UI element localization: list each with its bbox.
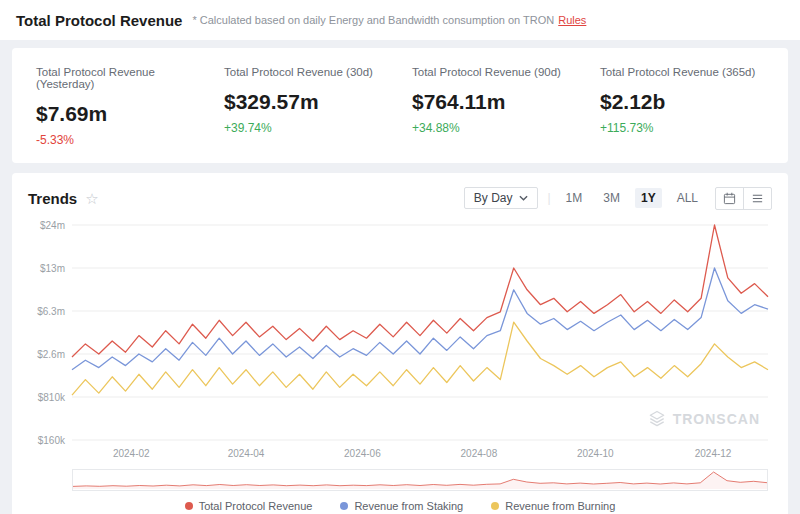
x-tick-label: 2024-02 <box>113 448 150 459</box>
trends-header: Trends ☆ By Day | 1M 3M 1Y ALL <box>28 185 772 211</box>
range-button-3m[interactable]: 3M <box>597 188 626 208</box>
page-header: Total Protocol Revenue * Calculated base… <box>0 0 800 40</box>
stat-label: Total Protocol Revenue (Yesterday) <box>36 66 212 90</box>
legend-label: Revenue from Staking <box>354 500 463 512</box>
y-tick-label: $2.6m <box>37 349 65 360</box>
list-view-icon[interactable] <box>743 188 771 209</box>
calendar-icon[interactable] <box>716 188 743 209</box>
stat-value: $764.11m <box>412 90 588 114</box>
tronscan-watermark-text: TRONSCAN <box>673 411 760 427</box>
stats-summary-card: Total Protocol Revenue (Yesterday) $7.69… <box>12 48 788 163</box>
chart-legend: Total Protocol Revenue Revenue from Stak… <box>28 500 772 512</box>
series-line-0 <box>72 225 768 357</box>
range-button-all[interactable]: ALL <box>671 188 704 208</box>
page-subtitle: * Calculated based on daily Energy and B… <box>192 14 554 26</box>
rules-link[interactable]: Rules <box>558 14 586 26</box>
stat-label: Total Protocol Revenue (90d) <box>412 66 588 78</box>
legend-label: Revenue from Burning <box>505 500 615 512</box>
navigator-area <box>73 472 767 489</box>
y-tick-label: $160k <box>38 435 66 446</box>
stat-value: $7.69m <box>36 102 212 126</box>
stat-yesterday: Total Protocol Revenue (Yesterday) $7.69… <box>24 66 212 147</box>
page-title: Total Protocol Revenue <box>16 12 182 29</box>
chart-controls: By Day | 1M 3M 1Y ALL <box>464 187 772 210</box>
stat-label: Total Protocol Revenue (30d) <box>224 66 400 78</box>
range-button-1m[interactable]: 1M <box>560 188 589 208</box>
legend-item-burning[interactable]: Revenue from Burning <box>491 500 615 512</box>
legend-dot <box>340 502 348 510</box>
tronscan-watermark: TRONSCAN <box>647 409 760 429</box>
y-tick-label: $6.3m <box>37 306 65 317</box>
legend-item-staking[interactable]: Revenue from Staking <box>340 500 463 512</box>
interval-select[interactable]: By Day <box>464 187 539 209</box>
y-tick-label: $13m <box>40 263 65 274</box>
y-tick-label: $810k <box>38 392 66 403</box>
stat-label: Total Protocol Revenue (365d) <box>600 66 776 78</box>
legend-label: Total Protocol Revenue <box>199 500 313 512</box>
stat-change: +34.88% <box>412 121 588 135</box>
interval-select-label: By Day <box>474 191 513 205</box>
stat-90d: Total Protocol Revenue (90d) $764.11m +3… <box>400 66 588 147</box>
stat-365d: Total Protocol Revenue (365d) $2.12b +11… <box>588 66 776 147</box>
stat-value: $329.57m <box>224 90 400 114</box>
y-tick-label: $24m <box>40 220 65 231</box>
divider: | <box>547 191 550 205</box>
stat-30d: Total Protocol Revenue (30d) $329.57m +3… <box>212 66 400 147</box>
x-tick-label: 2024-08 <box>461 448 498 459</box>
legend-dot <box>185 502 193 510</box>
x-tick-label: 2024-06 <box>344 448 381 459</box>
stat-change: +39.74% <box>224 121 400 135</box>
legend-item-revenue[interactable]: Total Protocol Revenue <box>185 500 313 512</box>
x-tick-label: 2024-04 <box>228 448 265 459</box>
x-tick-label: 2024-12 <box>695 448 732 459</box>
favorite-star-icon[interactable]: ☆ <box>85 191 98 206</box>
view-toggle-group <box>715 187 772 210</box>
chevron-down-icon <box>519 195 528 201</box>
trends-card: Trends ☆ By Day | 1M 3M 1Y ALL $24m$13m$… <box>12 173 788 514</box>
tronscan-cube-icon <box>647 409 667 429</box>
stat-change: -5.33% <box>36 133 212 147</box>
legend-dot <box>491 502 499 510</box>
stat-value: $2.12b <box>600 90 776 114</box>
chart-navigator[interactable] <box>72 469 768 491</box>
stat-change: +115.73% <box>600 121 776 135</box>
chart-area: $24m$13m$6.3m$2.6m$810k$160k2024-022024-… <box>28 217 772 512</box>
trends-title: Trends <box>28 190 77 207</box>
x-tick-label: 2024-10 <box>577 448 614 459</box>
range-button-1y[interactable]: 1Y <box>635 188 662 208</box>
